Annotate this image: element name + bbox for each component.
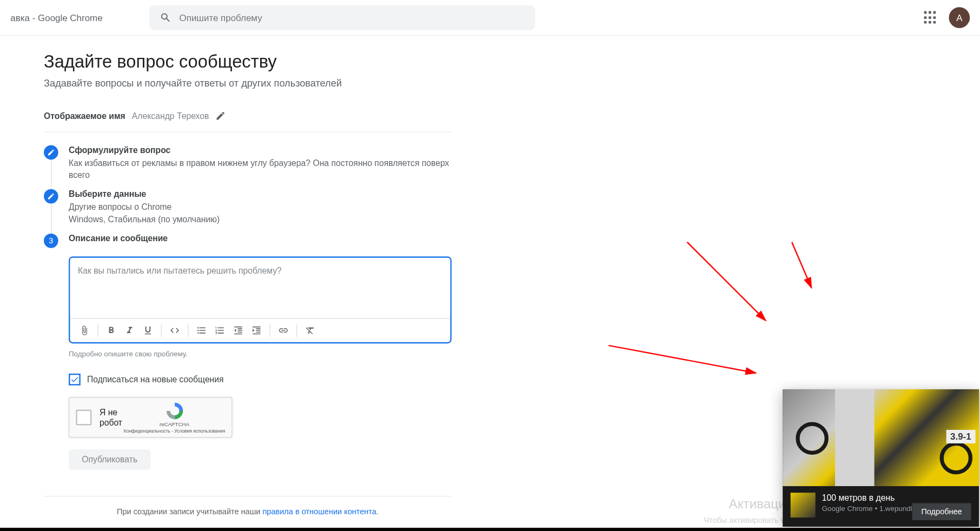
check-icon: [70, 375, 79, 384]
step-3-title: Описание и сообщение: [69, 234, 452, 243]
step-3: 3 Описание и сообщение: [44, 234, 452, 470]
attach-button[interactable]: [77, 322, 92, 338]
app-title: авка - Google Chrome: [10, 12, 141, 23]
underline-icon: [143, 325, 153, 335]
description-textarea[interactable]: [70, 257, 450, 315]
svg-line-0: [687, 242, 766, 321]
page-title: Задайте вопрос сообществу: [44, 52, 452, 72]
bold-icon: [106, 325, 116, 335]
indent-increase-icon: [251, 325, 262, 335]
notification-image-label: 3.9-1: [946, 430, 975, 443]
avatar[interactable]: A: [949, 7, 970, 28]
clear-format-icon: [305, 325, 315, 335]
page-subtitle: Задавайте вопросы и получайте ответы от …: [44, 77, 452, 89]
italic-button[interactable]: [122, 322, 137, 338]
step-2-text2: Windows, Стабильная (по умолчанию): [69, 214, 452, 225]
bold-button[interactable]: [103, 322, 119, 338]
svg-line-2: [608, 346, 756, 373]
edit-icon[interactable]: [215, 110, 226, 121]
link-icon: [278, 325, 288, 335]
step-2-title: Выберите данные: [69, 189, 452, 199]
step-2[interactable]: Выберите данные Другие вопросы о Chrome …: [44, 189, 452, 225]
italic-icon: [124, 325, 135, 335]
indent-decrease-icon: [233, 325, 243, 335]
editor-box: [69, 256, 452, 343]
steps: Сформулируйте вопрос Как избавиться от р…: [44, 145, 452, 470]
clear-format-button[interactable]: [302, 322, 318, 338]
bullet-list-icon: [196, 325, 207, 335]
display-name-value: Александр Терехов: [132, 111, 209, 121]
numbered-list-icon: [215, 325, 225, 335]
editor-toolbar: [70, 318, 450, 342]
header: авка - Google Chrome A: [0, 0, 980, 36]
publish-button[interactable]: Опубликовать: [69, 449, 150, 470]
code-icon: [169, 325, 180, 335]
recaptcha-logo: reCAPTCHA Конфиденциальность - Условия и…: [124, 402, 225, 433]
footer-note: При создании записи учитывайте наши прав…: [44, 496, 452, 527]
svg-line-1: [792, 242, 811, 288]
recaptcha-label: Я не робот: [100, 408, 124, 427]
notification-title: 100 метров в день: [822, 493, 971, 502]
step-badge-complete: [44, 189, 58, 204]
subscribe-checkbox[interactable]: [69, 374, 81, 386]
taskbar[interactable]: [0, 528, 980, 531]
recaptcha-checkbox[interactable]: [76, 409, 91, 425]
notification-thumbnail: [791, 493, 816, 517]
pencil-icon: [47, 149, 55, 157]
content-rules-link[interactable]: правила в отношении контента: [262, 507, 376, 516]
search-input[interactable]: [180, 12, 525, 23]
step-badge-complete: [44, 145, 58, 160]
indent-decrease-button[interactable]: [230, 322, 246, 338]
step-1[interactable]: Сформулируйте вопрос Как избавиться от р…: [44, 145, 452, 182]
indent-increase-button[interactable]: [249, 322, 264, 338]
link-button[interactable]: [275, 322, 291, 338]
search-box[interactable]: [149, 5, 535, 30]
bullet-list-button[interactable]: [194, 322, 209, 338]
underline-button[interactable]: [140, 322, 156, 338]
numbered-list-button[interactable]: [212, 322, 228, 338]
editor-help-text: Подробно опишите свою проблему.: [69, 350, 452, 358]
pencil-icon: [47, 193, 55, 201]
subscribe-label: Подписаться на новые сообщения: [87, 374, 224, 384]
step-1-title: Сформулируйте вопрос: [69, 145, 452, 155]
paperclip-icon: [79, 325, 89, 335]
display-name-label: Отображаемое имя: [44, 111, 125, 121]
notification-more-button[interactable]: Подробнее: [912, 503, 971, 520]
notification-image: 3.9-1: [783, 389, 979, 486]
subscribe-row: Подписаться на новые сообщения: [69, 374, 452, 386]
apps-icon[interactable]: [923, 10, 938, 25]
ad-notification[interactable]: 3.9-1 100 метров в день Google Chrome • …: [783, 389, 979, 527]
step-1-text: Как избавиться от рекламы в правом нижне…: [69, 158, 452, 182]
code-button[interactable]: [167, 322, 183, 338]
recaptcha: Я не робот reCAPTCHA Конфиденциальность …: [69, 397, 233, 437]
display-name-row: Отображаемое имя Александр Терехов: [44, 104, 452, 132]
main-content: Задайте вопрос сообществу Задавайте вопр…: [0, 36, 452, 527]
step-2-text1: Другие вопросы о Chrome: [69, 202, 452, 214]
step-badge-current: 3: [44, 234, 58, 248]
search-icon: [160, 12, 171, 24]
recaptcha-icon: [165, 402, 184, 420]
